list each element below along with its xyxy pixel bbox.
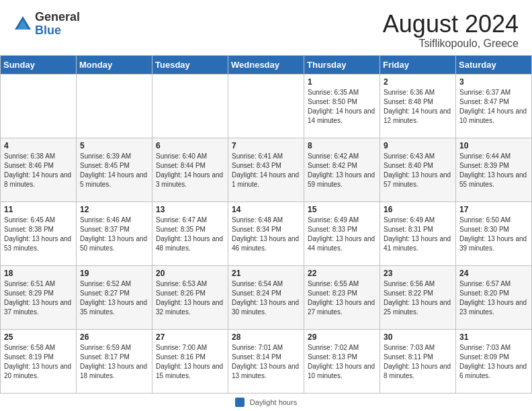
- day-info: Sunrise: 7:03 AM Sunset: 8:09 PM Dayligh…: [459, 343, 528, 381]
- calendar-cell: 29Sunrise: 7:02 AM Sunset: 8:13 PM Dayli…: [304, 329, 380, 393]
- calendar-cell: 28Sunrise: 7:01 AM Sunset: 8:14 PM Dayli…: [228, 329, 304, 393]
- day-info: Sunrise: 6:44 AM Sunset: 8:39 PM Dayligh…: [459, 152, 528, 189]
- day-number: 17: [459, 205, 528, 214]
- day-number: 24: [459, 269, 528, 278]
- calendar-cell: [1, 74, 77, 138]
- footer: Daylight hours: [0, 394, 532, 411]
- day-number: 13: [156, 205, 224, 214]
- month-year: August 2024: [383, 11, 519, 38]
- logo-icon: [13, 15, 32, 34]
- day-number: 30: [384, 332, 452, 342]
- calendar-week-row: 4Sunrise: 6:38 AM Sunset: 8:46 PM Daylig…: [1, 138, 532, 201]
- calendar-cell: 10Sunrise: 6:44 AM Sunset: 8:39 PM Dayli…: [456, 138, 532, 201]
- day-number: 23: [384, 269, 452, 278]
- day-info: Sunrise: 7:02 AM Sunset: 8:13 PM Dayligh…: [308, 343, 376, 381]
- day-info: Sunrise: 6:55 AM Sunset: 8:23 PM Dayligh…: [308, 279, 376, 317]
- day-info: Sunrise: 6:57 AM Sunset: 8:20 PM Dayligh…: [459, 279, 528, 317]
- day-info: Sunrise: 7:00 AM Sunset: 8:16 PM Dayligh…: [156, 343, 224, 381]
- day-number: 29: [308, 332, 376, 342]
- day-number: 19: [80, 269, 148, 278]
- calendar-cell: 4Sunrise: 6:38 AM Sunset: 8:46 PM Daylig…: [1, 138, 77, 201]
- calendar-cell: 15Sunrise: 6:49 AM Sunset: 8:33 PM Dayli…: [304, 201, 380, 265]
- calendar-cell: 16Sunrise: 6:49 AM Sunset: 8:31 PM Dayli…: [380, 201, 456, 265]
- day-info: Sunrise: 6:46 AM Sunset: 8:37 PM Dayligh…: [80, 216, 148, 253]
- day-info: Sunrise: 6:39 AM Sunset: 8:45 PM Dayligh…: [80, 152, 148, 189]
- calendar-cell: 9Sunrise: 6:43 AM Sunset: 8:40 PM Daylig…: [380, 138, 456, 201]
- calendar-cell: 26Sunrise: 6:59 AM Sunset: 8:17 PM Dayli…: [77, 329, 152, 393]
- logo-text: General Blue: [35, 11, 80, 38]
- day-info: Sunrise: 6:47 AM Sunset: 8:35 PM Dayligh…: [156, 216, 224, 253]
- calendar-cell: [228, 74, 304, 138]
- day-info: Sunrise: 6:43 AM Sunset: 8:40 PM Dayligh…: [384, 152, 452, 189]
- calendar-cell: 2Sunrise: 6:36 AM Sunset: 8:48 PM Daylig…: [380, 74, 456, 138]
- calendar-cell: 24Sunrise: 6:57 AM Sunset: 8:20 PM Dayli…: [456, 265, 532, 329]
- weekday-header-wednesday: Wednesday: [228, 55, 304, 74]
- day-info: Sunrise: 6:49 AM Sunset: 8:31 PM Dayligh…: [384, 216, 452, 253]
- calendar-header: SundayMondayTuesdayWednesdayThursdayFrid…: [1, 55, 532, 74]
- weekday-header-monday: Monday: [77, 55, 152, 74]
- calendar-body: 1Sunrise: 6:35 AM Sunset: 8:50 PM Daylig…: [1, 74, 532, 393]
- calendar-cell: 8Sunrise: 6:42 AM Sunset: 8:42 PM Daylig…: [304, 138, 380, 201]
- day-number: 28: [232, 332, 300, 342]
- daylight-swatch: [235, 398, 245, 407]
- daylight-label: Daylight hours: [250, 398, 297, 406]
- day-number: 25: [4, 332, 73, 342]
- calendar-week-row: 18Sunrise: 6:51 AM Sunset: 8:29 PM Dayli…: [1, 265, 532, 329]
- location: Tsiflikopoulo, Greece: [383, 38, 519, 50]
- calendar-cell: 11Sunrise: 6:45 AM Sunset: 8:38 PM Dayli…: [1, 201, 77, 265]
- day-number: 20: [156, 269, 224, 278]
- calendar-cell: 23Sunrise: 6:56 AM Sunset: 8:22 PM Dayli…: [380, 265, 456, 329]
- calendar-cell: 18Sunrise: 6:51 AM Sunset: 8:29 PM Dayli…: [1, 265, 77, 329]
- day-info: Sunrise: 6:40 AM Sunset: 8:44 PM Dayligh…: [156, 152, 224, 189]
- weekday-header-sunday: Sunday: [1, 55, 77, 74]
- calendar-cell: 27Sunrise: 7:00 AM Sunset: 8:16 PM Dayli…: [152, 329, 228, 393]
- day-number: 4: [4, 141, 73, 150]
- day-number: 9: [384, 141, 452, 150]
- day-number: 2: [384, 77, 452, 87]
- day-info: Sunrise: 6:36 AM Sunset: 8:48 PM Dayligh…: [384, 88, 452, 126]
- day-number: 10: [459, 141, 528, 150]
- day-number: 14: [232, 205, 300, 214]
- day-info: Sunrise: 7:03 AM Sunset: 8:11 PM Dayligh…: [384, 343, 452, 381]
- day-info: Sunrise: 6:53 AM Sunset: 8:26 PM Dayligh…: [156, 279, 224, 317]
- calendar-week-row: 11Sunrise: 6:45 AM Sunset: 8:38 PM Dayli…: [1, 201, 532, 265]
- day-info: Sunrise: 6:58 AM Sunset: 8:19 PM Dayligh…: [4, 343, 73, 381]
- day-number: 21: [232, 269, 300, 278]
- day-info: Sunrise: 6:52 AM Sunset: 8:27 PM Dayligh…: [80, 279, 148, 317]
- calendar-cell: 30Sunrise: 7:03 AM Sunset: 8:11 PM Dayli…: [380, 329, 456, 393]
- calendar-cell: 21Sunrise: 6:54 AM Sunset: 8:24 PM Dayli…: [228, 265, 304, 329]
- calendar-cell: 14Sunrise: 6:48 AM Sunset: 8:34 PM Dayli…: [228, 201, 304, 265]
- calendar-cell: 22Sunrise: 6:55 AM Sunset: 8:23 PM Dayli…: [304, 265, 380, 329]
- day-number: 22: [308, 269, 376, 278]
- weekday-header-friday: Friday: [380, 55, 456, 74]
- calendar-cell: 20Sunrise: 6:53 AM Sunset: 8:26 PM Dayli…: [152, 265, 228, 329]
- calendar-cell: [152, 74, 228, 138]
- day-number: 18: [4, 269, 73, 278]
- header: General Blue August 2024 Tsiflikopoulo, …: [0, 0, 532, 55]
- day-info: Sunrise: 6:45 AM Sunset: 8:38 PM Dayligh…: [4, 216, 73, 253]
- day-info: Sunrise: 6:56 AM Sunset: 8:22 PM Dayligh…: [384, 279, 452, 317]
- day-number: 1: [308, 77, 376, 87]
- day-number: 3: [459, 77, 528, 87]
- page: General Blue August 2024 Tsiflikopoulo, …: [0, 0, 532, 411]
- calendar-cell: 25Sunrise: 6:58 AM Sunset: 8:19 PM Dayli…: [1, 329, 77, 393]
- weekday-header-tuesday: Tuesday: [152, 55, 228, 74]
- day-info: Sunrise: 6:35 AM Sunset: 8:50 PM Dayligh…: [308, 88, 376, 126]
- calendar-cell: 6Sunrise: 6:40 AM Sunset: 8:44 PM Daylig…: [152, 138, 228, 201]
- day-number: 16: [384, 205, 452, 214]
- day-number: 11: [4, 205, 73, 214]
- day-number: 26: [80, 332, 148, 342]
- calendar: SundayMondayTuesdayWednesdayThursdayFrid…: [0, 55, 532, 394]
- weekday-header-thursday: Thursday: [304, 55, 380, 74]
- weekday-header-saturday: Saturday: [456, 55, 532, 74]
- calendar-week-row: 1Sunrise: 6:35 AM Sunset: 8:50 PM Daylig…: [1, 74, 532, 138]
- calendar-cell: 13Sunrise: 6:47 AM Sunset: 8:35 PM Dayli…: [152, 201, 228, 265]
- day-info: Sunrise: 6:54 AM Sunset: 8:24 PM Dayligh…: [232, 279, 300, 317]
- logo-general-text: General: [35, 11, 80, 24]
- calendar-cell: 1Sunrise: 6:35 AM Sunset: 8:50 PM Daylig…: [304, 74, 380, 138]
- day-info: Sunrise: 6:59 AM Sunset: 8:17 PM Dayligh…: [80, 343, 148, 381]
- day-number: 12: [80, 205, 148, 214]
- calendar-cell: 31Sunrise: 7:03 AM Sunset: 8:09 PM Dayli…: [456, 329, 532, 393]
- calendar-cell: 5Sunrise: 6:39 AM Sunset: 8:45 PM Daylig…: [77, 138, 152, 201]
- day-number: 27: [156, 332, 224, 342]
